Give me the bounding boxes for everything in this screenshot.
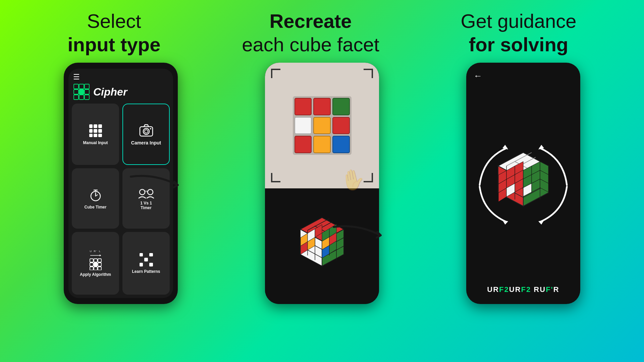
svg-rect-26	[90, 263, 93, 266]
arrow2-icon	[330, 220, 397, 250]
learn-patterns-label: Learn Patterns	[132, 269, 160, 274]
scan-corner-tr	[364, 69, 373, 78]
back-button[interactable]: ←	[466, 71, 580, 84]
svg-rect-3	[74, 89, 78, 94]
svg-rect-27	[94, 263, 97, 266]
svg-point-11	[145, 130, 148, 133]
cube-cell	[313, 117, 331, 134]
header-col1-line2: input type	[67, 33, 160, 56]
header-col1: Select input type	[67, 9, 160, 56]
patterns-icon	[140, 253, 153, 266]
cube-cell	[332, 98, 350, 115]
spinning-cube-area	[466, 84, 580, 285]
menu-item-camera-input[interactable]: Camera Input	[122, 104, 170, 165]
menu-item-cube-timer[interactable]: Cube Timer	[72, 168, 119, 229]
phone2: ✋	[265, 63, 379, 304]
svg-rect-28	[98, 263, 101, 266]
app-name: Cipher	[93, 86, 127, 98]
header-col3: Get guidance for solving	[461, 9, 577, 56]
cube-timer-label: Cube Timer	[85, 205, 107, 209]
header-col2-line2: each cube facet	[242, 33, 379, 56]
svg-marker-59	[502, 220, 508, 225]
apply-algo-label: Apply Algorithm	[80, 272, 111, 277]
svg-rect-5	[85, 89, 89, 94]
phone3: ←	[466, 63, 580, 304]
algo-sequence-text: URF2URF2 RUF'R	[487, 285, 559, 294]
svg-point-12	[150, 128, 151, 129]
cube-cell	[332, 136, 350, 153]
timer-icon	[89, 189, 102, 201]
cube-cell	[313, 136, 331, 153]
svg-point-10	[143, 128, 149, 134]
svg-rect-2	[85, 84, 89, 89]
cube-algo-icon	[89, 258, 102, 270]
grid-icon	[89, 124, 102, 137]
phone1-topbar: ☰	[68, 69, 173, 82]
header-col3-line1: Get guidance	[461, 9, 577, 33]
cube-cell	[332, 117, 350, 134]
svg-rect-24	[94, 259, 97, 262]
svg-marker-60	[538, 220, 544, 225]
svg-rect-31	[98, 267, 101, 270]
hamburger-icon[interactable]: ☰	[73, 73, 168, 81]
cube-cell	[294, 98, 312, 115]
svg-rect-25	[98, 259, 101, 262]
header-col1-line1: Select	[67, 9, 160, 33]
camera-input-label: Camera Input	[131, 140, 161, 145]
menu-item-manual-input[interactable]: Manual Input	[72, 104, 119, 165]
cube-logo-icon	[73, 83, 90, 100]
svg-rect-0	[74, 84, 78, 89]
scan-corner-tl	[271, 69, 280, 78]
hand-icon: ✋	[338, 166, 367, 194]
menu-item-apply-algo[interactable]: U R' L	[72, 232, 119, 295]
cube-cell	[313, 98, 331, 115]
header-col2: Recreate each cube facet	[242, 9, 379, 56]
cube-face-scan	[293, 96, 352, 155]
cube-cell	[294, 136, 312, 153]
camera-view: ✋	[265, 63, 379, 188]
svg-rect-23	[90, 259, 93, 262]
menu-item-learn-patterns[interactable]: Learn Patterns	[122, 232, 170, 295]
phones-row: ☰ Cipher	[0, 56, 644, 304]
algo-text-small: U R' L	[90, 250, 101, 253]
arrow1-wrap	[127, 170, 195, 201]
svg-rect-30	[94, 267, 97, 270]
svg-rect-1	[79, 84, 84, 89]
spin-arrows-icon	[473, 138, 574, 232]
svg-rect-8	[85, 95, 89, 100]
header-row: Select input type Recreate each cube fac…	[0, 0, 644, 56]
svg-rect-4	[79, 89, 84, 94]
scan-corner-bl	[271, 173, 280, 182]
svg-rect-7	[79, 95, 84, 100]
arrow1-icon	[127, 170, 195, 200]
svg-rect-29	[90, 267, 93, 270]
arrow2-wrap	[330, 220, 397, 252]
svg-marker-22	[100, 254, 101, 256]
svg-rect-6	[74, 95, 78, 100]
app-header: Cipher	[68, 82, 173, 104]
algo-sequence-area: URF2URF2 RUF'R	[466, 285, 580, 297]
camera-icon	[139, 124, 153, 137]
algo-arrow-icon	[90, 254, 102, 257]
pvp-timer-label: 1 Vs 1 Timer	[140, 201, 152, 210]
manual-input-label: Manual Input	[83, 140, 108, 145]
header-col3-line2: for solving	[461, 33, 577, 56]
header-col2-line1: Recreate	[242, 9, 379, 33]
spin-cube-wrap	[473, 138, 574, 232]
cube-cell	[294, 117, 312, 134]
